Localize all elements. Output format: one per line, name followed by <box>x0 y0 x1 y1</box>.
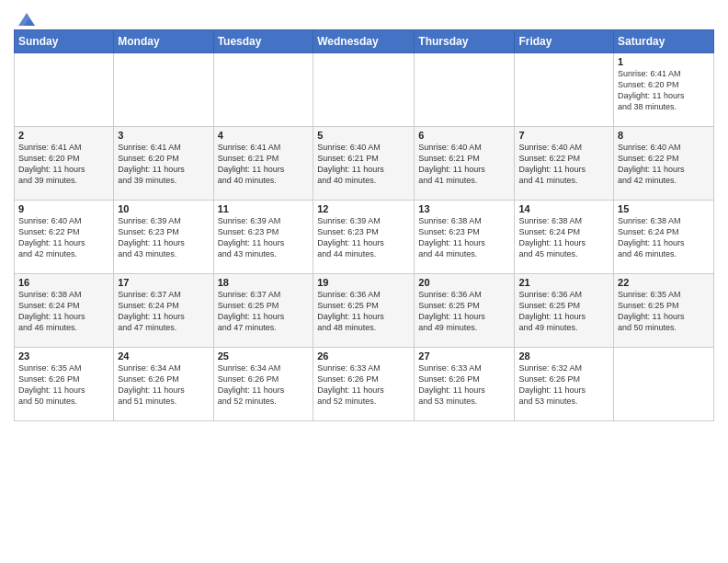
calendar-cell: 1Sunrise: 6:41 AMSunset: 6:20 PMDaylight… <box>614 53 714 127</box>
day-info: Sunrise: 6:36 AMSunset: 6:25 PMDaylight:… <box>418 289 510 334</box>
day-number: 14 <box>518 203 609 214</box>
calendar-week-row: 16Sunrise: 6:38 AMSunset: 6:24 PMDayligh… <box>15 274 714 348</box>
calendar-cell: 8Sunrise: 6:40 AMSunset: 6:22 PMDaylight… <box>614 127 714 201</box>
day-info: Sunrise: 6:40 AMSunset: 6:22 PMDaylight:… <box>618 142 710 187</box>
day-number: 10 <box>118 203 209 214</box>
day-number: 6 <box>418 130 510 141</box>
day-number: 23 <box>18 350 109 362</box>
day-info: Sunrise: 6:41 AMSunset: 6:20 PMDaylight:… <box>18 142 109 187</box>
day-info: Sunrise: 6:38 AMSunset: 6:24 PMDaylight:… <box>18 289 109 334</box>
logo-icon <box>17 11 37 28</box>
header <box>14 9 714 24</box>
day-info: Sunrise: 6:41 AMSunset: 6:20 PMDaylight:… <box>618 68 710 113</box>
calendar-cell <box>313 53 415 127</box>
calendar-cell: 20Sunrise: 6:36 AMSunset: 6:25 PMDayligh… <box>415 274 515 348</box>
calendar-cell <box>415 53 515 127</box>
day-number: 26 <box>317 350 410 362</box>
calendar-cell: 25Sunrise: 6:34 AMSunset: 6:26 PMDayligh… <box>213 348 313 421</box>
calendar-cell: 17Sunrise: 6:37 AMSunset: 6:24 PMDayligh… <box>114 274 213 348</box>
calendar-cell: 28Sunrise: 6:32 AMSunset: 6:26 PMDayligh… <box>515 348 614 421</box>
calendar-header-friday: Friday <box>515 30 614 53</box>
calendar-cell: 24Sunrise: 6:34 AMSunset: 6:26 PMDayligh… <box>114 348 213 421</box>
calendar-cell: 3Sunrise: 6:41 AMSunset: 6:20 PMDaylight… <box>114 127 213 201</box>
day-info: Sunrise: 6:40 AMSunset: 6:22 PMDaylight:… <box>18 215 109 260</box>
day-number: 15 <box>618 203 710 214</box>
calendar-cell: 16Sunrise: 6:38 AMSunset: 6:24 PMDayligh… <box>15 274 114 348</box>
calendar-cell: 21Sunrise: 6:36 AMSunset: 6:25 PMDayligh… <box>515 274 614 348</box>
calendar-cell: 22Sunrise: 6:35 AMSunset: 6:25 PMDayligh… <box>614 274 714 348</box>
day-info: Sunrise: 6:39 AMSunset: 6:23 PMDaylight:… <box>317 215 410 260</box>
calendar-week-row: 23Sunrise: 6:35 AMSunset: 6:26 PMDayligh… <box>15 348 714 421</box>
day-number: 22 <box>618 277 710 288</box>
day-info: Sunrise: 6:35 AMSunset: 6:25 PMDaylight:… <box>618 289 710 334</box>
day-number: 18 <box>218 277 310 288</box>
calendar-cell <box>614 348 714 421</box>
calendar-week-row: 9Sunrise: 6:40 AMSunset: 6:22 PMDaylight… <box>15 201 714 274</box>
calendar-cell: 23Sunrise: 6:35 AMSunset: 6:26 PMDayligh… <box>15 348 114 421</box>
calendar-cell: 7Sunrise: 6:40 AMSunset: 6:22 PMDaylight… <box>515 127 614 201</box>
day-number: 11 <box>218 203 310 214</box>
day-info: Sunrise: 6:39 AMSunset: 6:23 PMDaylight:… <box>218 215 310 260</box>
calendar-cell: 11Sunrise: 6:39 AMSunset: 6:23 PMDayligh… <box>213 201 313 274</box>
calendar-week-row: 2Sunrise: 6:41 AMSunset: 6:20 PMDaylight… <box>15 127 714 201</box>
day-number: 27 <box>418 350 510 362</box>
calendar-header-thursday: Thursday <box>415 30 515 53</box>
calendar-cell: 5Sunrise: 6:40 AMSunset: 6:21 PMDaylight… <box>313 127 415 201</box>
day-info: Sunrise: 6:37 AMSunset: 6:25 PMDaylight:… <box>218 289 310 334</box>
calendar-cell: 26Sunrise: 6:33 AMSunset: 6:26 PMDayligh… <box>313 348 415 421</box>
day-info: Sunrise: 6:34 AMSunset: 6:26 PMDaylight:… <box>218 362 310 408</box>
calendar-header-saturday: Saturday <box>614 30 714 53</box>
day-info: Sunrise: 6:33 AMSunset: 6:26 PMDaylight:… <box>317 362 410 408</box>
day-number: 25 <box>218 350 310 362</box>
day-info: Sunrise: 6:41 AMSunset: 6:20 PMDaylight:… <box>118 142 209 187</box>
calendar-cell: 18Sunrise: 6:37 AMSunset: 6:25 PMDayligh… <box>213 274 313 348</box>
day-number: 1 <box>618 56 710 67</box>
calendar-header-tuesday: Tuesday <box>213 30 313 53</box>
day-info: Sunrise: 6:32 AMSunset: 6:26 PMDaylight:… <box>518 362 609 408</box>
calendar-header-sunday: Sunday <box>15 30 114 53</box>
day-info: Sunrise: 6:38 AMSunset: 6:24 PMDaylight:… <box>618 215 710 260</box>
calendar-header-row: SundayMondayTuesdayWednesdayThursdayFrid… <box>15 30 714 53</box>
day-number: 17 <box>118 277 209 288</box>
calendar-cell: 9Sunrise: 6:40 AMSunset: 6:22 PMDaylight… <box>15 201 114 274</box>
day-info: Sunrise: 6:36 AMSunset: 6:25 PMDaylight:… <box>317 289 410 334</box>
day-info: Sunrise: 6:35 AMSunset: 6:26 PMDaylight:… <box>18 362 109 408</box>
calendar-week-row: 1Sunrise: 6:41 AMSunset: 6:20 PMDaylight… <box>15 53 714 127</box>
day-number: 2 <box>18 130 109 141</box>
day-number: 21 <box>518 277 609 288</box>
day-info: Sunrise: 6:36 AMSunset: 6:25 PMDaylight:… <box>518 289 609 334</box>
day-number: 7 <box>518 130 609 141</box>
calendar-cell: 12Sunrise: 6:39 AMSunset: 6:23 PMDayligh… <box>313 201 415 274</box>
day-info: Sunrise: 6:40 AMSunset: 6:21 PMDaylight:… <box>317 142 410 187</box>
day-number: 4 <box>218 130 310 141</box>
day-info: Sunrise: 6:39 AMSunset: 6:23 PMDaylight:… <box>118 215 209 260</box>
day-number: 28 <box>518 350 609 362</box>
calendar-cell <box>515 53 614 127</box>
day-number: 16 <box>18 277 109 288</box>
calendar-cell: 27Sunrise: 6:33 AMSunset: 6:26 PMDayligh… <box>415 348 515 421</box>
day-number: 5 <box>317 130 410 141</box>
calendar-cell: 14Sunrise: 6:38 AMSunset: 6:24 PMDayligh… <box>515 201 614 274</box>
day-info: Sunrise: 6:34 AMSunset: 6:26 PMDaylight:… <box>118 362 209 408</box>
calendar-cell: 15Sunrise: 6:38 AMSunset: 6:24 PMDayligh… <box>614 201 714 274</box>
calendar-cell: 10Sunrise: 6:39 AMSunset: 6:23 PMDayligh… <box>114 201 213 274</box>
calendar: SundayMondayTuesdayWednesdayThursdayFrid… <box>14 29 714 421</box>
day-info: Sunrise: 6:38 AMSunset: 6:24 PMDaylight:… <box>518 215 609 260</box>
calendar-cell: 4Sunrise: 6:41 AMSunset: 6:21 PMDaylight… <box>213 127 313 201</box>
calendar-cell: 13Sunrise: 6:38 AMSunset: 6:23 PMDayligh… <box>415 201 515 274</box>
calendar-cell <box>213 53 313 127</box>
calendar-cell: 6Sunrise: 6:40 AMSunset: 6:21 PMDaylight… <box>415 127 515 201</box>
calendar-header-wednesday: Wednesday <box>313 30 415 53</box>
day-number: 3 <box>118 130 209 141</box>
calendar-cell <box>114 53 213 127</box>
day-number: 20 <box>418 277 510 288</box>
page: SundayMondayTuesdayWednesdayThursdayFrid… <box>0 0 728 431</box>
day-number: 24 <box>118 350 209 362</box>
day-number: 8 <box>618 130 710 141</box>
logo-area <box>14 9 37 24</box>
calendar-cell <box>15 53 114 127</box>
day-number: 9 <box>18 203 109 214</box>
day-info: Sunrise: 6:33 AMSunset: 6:26 PMDaylight:… <box>418 362 510 408</box>
logo-text <box>14 9 37 24</box>
calendar-cell: 2Sunrise: 6:41 AMSunset: 6:20 PMDaylight… <box>15 127 114 201</box>
